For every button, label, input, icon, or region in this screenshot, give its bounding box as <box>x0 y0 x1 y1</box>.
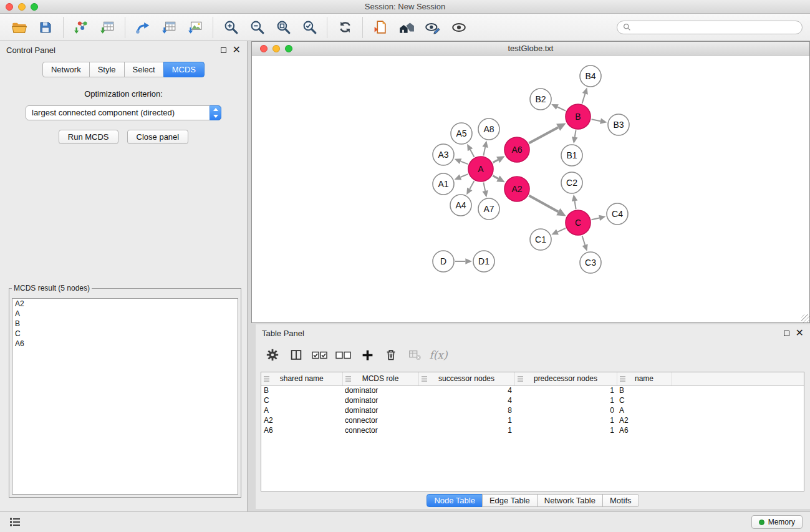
edge-A6-B[interactable] <box>529 127 558 143</box>
edge-C-C3[interactable] <box>582 236 586 245</box>
float-table-panel-button[interactable] <box>784 331 789 336</box>
mcds-result-item[interactable]: A <box>12 309 238 319</box>
task-history-button[interactable] <box>7 515 22 530</box>
edge-B-B1[interactable] <box>575 130 576 137</box>
edge-A-A7[interactable] <box>483 183 485 191</box>
column-header-shared-name[interactable]: shared name <box>261 372 342 385</box>
minimize-window-button[interactable] <box>18 3 26 11</box>
add-column-button[interactable] <box>355 344 379 365</box>
table-cell[interactable]: B <box>617 385 672 395</box>
table-tab-network-table[interactable]: Network Table <box>537 494 603 507</box>
column-header-mcds-role[interactable]: MCDS role <box>342 372 418 385</box>
graph-node-C3[interactable]: C3 <box>580 252 601 273</box>
graph-node-D[interactable]: D <box>433 251 454 272</box>
search-input[interactable] <box>634 23 796 32</box>
show-hide-button[interactable] <box>446 16 472 39</box>
table-settings-button[interactable] <box>261 344 284 365</box>
table-cell[interactable]: C <box>261 395 342 405</box>
edge-C-C2[interactable] <box>575 201 576 209</box>
column-header-predecessor-nodes[interactable]: predecessor nodes <box>514 372 617 385</box>
table-row[interactable]: Bdominator41B <box>261 385 804 395</box>
close-panel-button[interactable]: ✕ <box>233 46 241 54</box>
edge-B-B2[interactable] <box>557 107 566 111</box>
search-field[interactable] <box>617 21 803 34</box>
mcds-result-item[interactable]: A2 <box>12 299 238 309</box>
table-tab-node-table[interactable]: Node Table <box>427 494 483 507</box>
export-image-button[interactable] <box>182 16 208 39</box>
memory-button[interactable]: Memory <box>751 515 803 529</box>
table-cell[interactable]: 1 <box>418 415 514 425</box>
mcds-result-item[interactable]: B <box>12 319 238 329</box>
edge-A-A6[interactable] <box>493 160 498 162</box>
edge-A-A2[interactable] <box>493 176 498 179</box>
column-header-name[interactable]: name <box>617 372 672 385</box>
export-table-button[interactable] <box>156 16 182 39</box>
zoom-window-button[interactable] <box>31 3 38 11</box>
export-network-button[interactable] <box>130 16 156 39</box>
graph-node-B3[interactable]: B3 <box>608 114 629 135</box>
table-cell[interactable]: 4 <box>418 385 514 395</box>
mcds-result-item[interactable]: A6 <box>12 339 238 349</box>
show-graphics-details-button[interactable] <box>420 16 446 39</box>
edge-B-B4[interactable] <box>582 94 585 104</box>
graph-node-C1[interactable]: C1 <box>530 229 551 250</box>
edge-A-A1[interactable] <box>460 174 468 177</box>
zoom-selected-button[interactable] <box>296 16 322 39</box>
table-cell[interactable]: connector <box>342 415 418 425</box>
table-cell[interactable]: 1 <box>418 425 514 435</box>
graph-node-C4[interactable]: C4 <box>607 203 628 225</box>
table-cell[interactable]: A <box>261 405 342 415</box>
network-zoom-button[interactable] <box>285 45 292 52</box>
delete-table-button[interactable] <box>403 344 427 365</box>
graph-node-A[interactable]: A <box>468 157 493 181</box>
table-cell[interactable]: A2 <box>617 415 672 425</box>
graph-node-B[interactable]: B <box>566 104 591 129</box>
graph-node-C[interactable]: C <box>566 210 591 235</box>
network-close-button[interactable] <box>260 45 268 52</box>
close-window-button[interactable] <box>6 3 13 11</box>
table-row[interactable]: Adominator80A <box>261 405 804 415</box>
table-cell[interactable]: A2 <box>261 415 342 425</box>
table-cell[interactable]: 1 <box>514 395 617 405</box>
table-row[interactable]: Cdominator41C <box>261 395 804 405</box>
graph-node-B2[interactable]: B2 <box>530 89 551 110</box>
optimization-criterion-dropdown[interactable]: largest connected component (directed) <box>26 105 221 120</box>
table-cell[interactable]: A6 <box>617 425 672 435</box>
edge-A-A3[interactable] <box>461 162 468 165</box>
column-header-successor-nodes[interactable]: successor nodes <box>418 372 514 385</box>
mcds-result-item[interactable]: C <box>12 329 238 339</box>
control-tab-network[interactable]: Network <box>42 62 90 77</box>
zoom-in-button[interactable] <box>218 16 244 39</box>
table-cell[interactable]: 1 <box>514 385 617 395</box>
graph-node-A8[interactable]: A8 <box>478 118 499 140</box>
graph-node-B4[interactable]: B4 <box>580 65 601 87</box>
graph-node-D1[interactable]: D1 <box>473 251 494 272</box>
import-table-button[interactable] <box>94 16 120 39</box>
zoom-out-button[interactable] <box>244 16 270 39</box>
graph-node-A7[interactable]: A7 <box>478 198 499 220</box>
table-cell[interactable]: 1 <box>514 415 617 425</box>
edge-A-A5[interactable] <box>470 150 474 157</box>
table-tab-edge-table[interactable]: Edge Table <box>482 494 538 507</box>
edge-A-A4[interactable] <box>470 181 474 189</box>
table-cell[interactable]: C <box>617 395 672 405</box>
table-cell[interactable]: connector <box>342 425 418 435</box>
float-panel-button[interactable] <box>221 47 226 53</box>
table-cell[interactable]: dominator <box>342 395 418 405</box>
graph-node-A2[interactable]: A2 <box>504 177 529 201</box>
edge-C-C4[interactable] <box>591 218 599 220</box>
table-cell[interactable]: dominator <box>342 405 418 415</box>
dropdown-stepper-icon[interactable] <box>210 105 221 120</box>
control-tab-style[interactable]: Style <box>89 62 125 77</box>
edge-B-B3[interactable] <box>592 119 600 121</box>
table-row[interactable]: A6connector11A6 <box>261 425 804 435</box>
table-cell[interactable]: 4 <box>418 395 514 405</box>
graph-node-B1[interactable]: B1 <box>561 145 582 166</box>
mcds-result-list[interactable]: A2ABCA6 <box>12 298 238 495</box>
network-window-titlebar[interactable]: testGlobe.txt <box>252 42 809 56</box>
table-cell[interactable]: 0 <box>514 405 617 415</box>
table-cell[interactable]: dominator <box>342 385 418 395</box>
home-button[interactable] <box>393 16 420 39</box>
edge-A2-C[interactable] <box>529 196 558 212</box>
graph-node-A1[interactable]: A1 <box>433 173 454 195</box>
